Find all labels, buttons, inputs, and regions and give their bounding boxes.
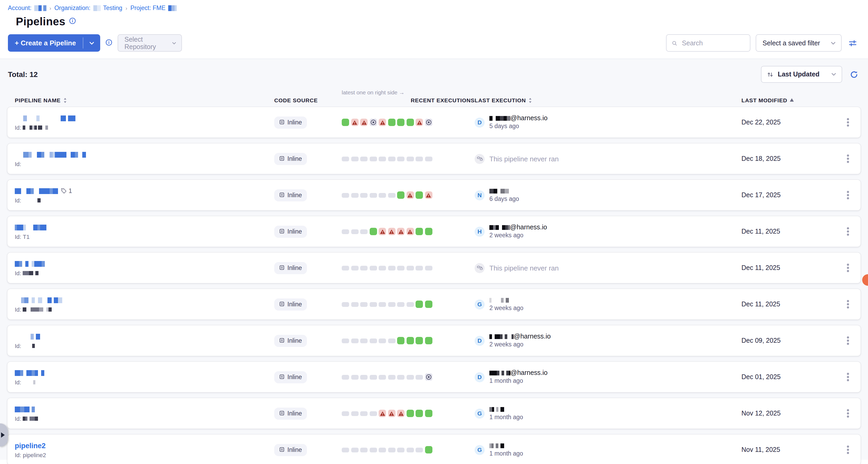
pipeline-name[interactable]	[15, 297, 274, 303]
execution-status-success[interactable]	[406, 337, 414, 344]
column-header-pipeline-name[interactable]: PIPELINE NAME	[15, 97, 274, 103]
tag-icon	[61, 188, 67, 194]
pipeline-name[interactable]	[15, 333, 274, 340]
execution-status-failed[interactable]	[397, 228, 404, 235]
execution-status-failed[interactable]	[406, 228, 414, 235]
pipeline-row[interactable]: Id: Inline G1 month ago Nov 12, 2025	[7, 398, 861, 429]
saved-filter-dropdown[interactable]: Select a saved filter	[756, 34, 842, 52]
sort-dropdown[interactable]: Last Updated	[761, 66, 842, 83]
user-email-suffix: @harness.io	[510, 115, 548, 122]
execution-status-success[interactable]	[342, 119, 349, 126]
column-header-last-modified[interactable]: LAST MODIFIED	[741, 97, 841, 103]
row-menu-button[interactable]	[841, 153, 855, 165]
select-repository-dropdown[interactable]: Select Repository	[118, 34, 182, 52]
pipeline-name[interactable]	[15, 370, 274, 376]
execution-status-success[interactable]	[397, 191, 404, 199]
create-pipeline-caret[interactable]	[83, 34, 100, 52]
pipeline-row[interactable]: Id: Inline G2 weeks ago Dec 11, 2025	[7, 289, 861, 319]
row-menu-button[interactable]	[841, 371, 855, 383]
execution-status-empty	[425, 156, 432, 161]
execution-status-success[interactable]	[415, 191, 423, 199]
execution-status-success[interactable]	[415, 301, 423, 308]
execution-status-failed[interactable]	[388, 228, 395, 235]
pipeline-id: Id:	[15, 198, 274, 203]
pipeline-name[interactable]: 1	[15, 188, 274, 194]
execution-status-success[interactable]	[425, 301, 432, 308]
search-input[interactable]	[681, 39, 745, 47]
row-menu-button[interactable]	[841, 262, 855, 274]
execution-status-failed[interactable]	[406, 191, 414, 199]
breadcrumb-organization-suffix[interactable]: Testing	[103, 5, 122, 11]
row-menu-button[interactable]	[841, 407, 855, 420]
pipeline-name[interactable]	[15, 115, 274, 121]
execution-status-failed[interactable]	[397, 410, 404, 417]
execution-status-failed[interactable]	[360, 119, 368, 126]
execution-status-failed[interactable]	[351, 119, 358, 126]
execution-status-success[interactable]	[397, 119, 404, 126]
execution-status-success[interactable]	[425, 337, 432, 344]
pipeline-row[interactable]: Id: Inline D@harness.io2 weeks ago Dec 0…	[7, 325, 861, 356]
pipeline-row[interactable]: Id: Inline D@harness.io5 days ago Dec 22…	[7, 107, 861, 137]
column-header-code-source: CODE SOURCE	[274, 97, 342, 103]
execution-status-empty	[369, 375, 377, 379]
execution-status-success[interactable]	[415, 410, 423, 417]
info-icon[interactable]	[69, 17, 76, 26]
execution-status-empty	[397, 302, 404, 307]
execution-status-failed[interactable]	[379, 228, 386, 235]
row-menu-button[interactable]	[841, 225, 855, 238]
breadcrumb-organization-link[interactable]: Organization:	[54, 5, 90, 11]
pipeline-name[interactable]: pipeline2	[15, 442, 274, 449]
row-menu-button[interactable]	[841, 116, 855, 129]
row-menu-button[interactable]	[841, 189, 855, 202]
execution-status-empty	[388, 193, 395, 197]
breadcrumb-separator: ›	[125, 5, 128, 11]
pipeline-name[interactable]	[15, 406, 274, 412]
execution-status-failed[interactable]	[379, 119, 386, 126]
row-menu-button[interactable]	[841, 444, 855, 456]
execution-status-success[interactable]	[415, 337, 423, 344]
pipeline-name[interactable]	[15, 260, 274, 267]
execution-status-success[interactable]	[388, 119, 395, 126]
execution-status-success[interactable]	[415, 228, 423, 235]
search-icon	[672, 40, 677, 46]
execution-status-success[interactable]	[397, 337, 404, 344]
pipeline-name[interactable]	[15, 224, 274, 230]
create-info-icon[interactable]	[105, 38, 112, 48]
last-modified-date: Dec 09, 2025	[741, 337, 841, 344]
execution-status-success[interactable]	[406, 410, 414, 417]
execution-status-success[interactable]	[425, 446, 432, 454]
execution-status-success[interactable]	[369, 228, 377, 235]
filter-settings-button[interactable]	[847, 37, 859, 49]
execution-status-success[interactable]	[425, 410, 432, 417]
breadcrumb-project-link[interactable]: Project: FME	[130, 5, 165, 11]
execution-status-success[interactable]	[425, 228, 432, 235]
pipeline-name-link[interactable]: pipeline2	[15, 441, 45, 450]
pipeline-row[interactable]: Id: T1 Inline H@harness.io2 weeks ago De…	[7, 216, 861, 247]
refresh-button[interactable]	[848, 69, 860, 80]
execution-status-empty	[406, 375, 414, 379]
execution-status-failed[interactable]	[415, 119, 423, 126]
row-menu-button[interactable]	[841, 335, 855, 347]
pipeline-name[interactable]	[15, 151, 274, 158]
pipeline-row[interactable]: 1 Id: Inline N6 days ago Dec 17, 2025	[7, 180, 861, 210]
breadcrumb-account-link[interactable]: Account:	[8, 5, 32, 11]
execution-status-failed[interactable]	[425, 191, 432, 199]
create-pipeline-button[interactable]: + Create a Pipeline	[8, 34, 100, 52]
redacted-pipeline-name	[31, 334, 40, 339]
execution-status-failed[interactable]	[379, 410, 386, 417]
execution-status-empty	[360, 447, 368, 452]
execution-status-aborted[interactable]	[425, 119, 432, 126]
execution-status-success[interactable]	[406, 119, 414, 126]
search-box[interactable]	[666, 34, 750, 52]
pipeline-id: Id:	[15, 416, 274, 421]
execution-status-aborted[interactable]	[369, 119, 377, 126]
pipeline-row[interactable]: Id: Inline This pipeline never ran Dec 1…	[7, 253, 861, 283]
pipeline-row[interactable]: pipeline2 Id: pipeline2 Inline G1 month …	[7, 434, 861, 464]
column-header-last-execution[interactable]: LAST EXECUTION	[475, 97, 741, 103]
execution-status-failed[interactable]	[388, 410, 395, 417]
pipeline-row[interactable]: Id: Inline D@harness.io1 month ago Dec 0…	[7, 362, 861, 392]
execution-status-aborted[interactable]	[425, 373, 432, 381]
pipeline-row[interactable]: Id: Inline This pipeline never ran Dec 1…	[7, 144, 861, 174]
row-menu-button[interactable]	[841, 298, 855, 311]
inline-source-icon	[279, 119, 285, 126]
